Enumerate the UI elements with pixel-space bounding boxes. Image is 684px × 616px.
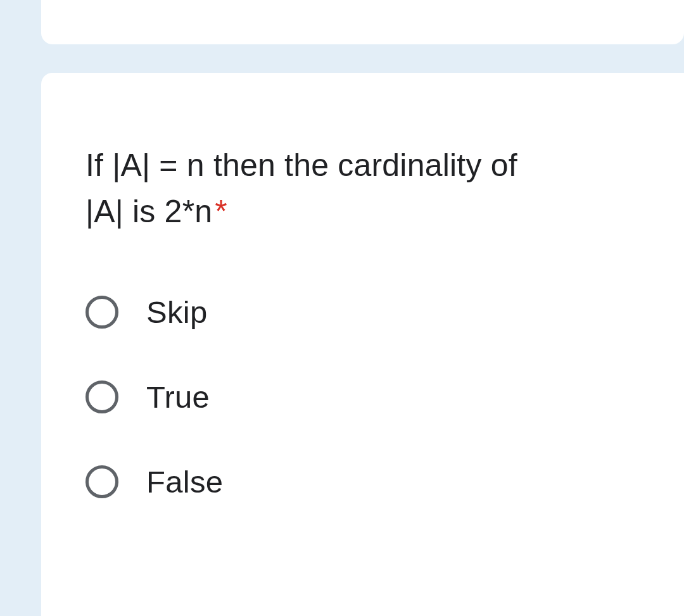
previous-card-bottom [41, 0, 684, 44]
radio-option-true[interactable]: True [86, 379, 684, 415]
radio-circle-icon [86, 296, 118, 329]
question-line-1: If |A| = n then the cardinality of [86, 148, 517, 183]
radio-circle-icon [86, 465, 118, 498]
question-card: If |A| = n then the cardinality of |A| i… [41, 73, 684, 616]
radio-option-false[interactable]: False [86, 464, 684, 500]
radio-options-group: Skip True False [86, 294, 684, 500]
question-text: If |A| = n then the cardinality of |A| i… [86, 142, 684, 234]
radio-label: False [146, 464, 223, 500]
required-asterisk: * [215, 194, 227, 229]
question-line-2: |A| is 2*n [86, 194, 212, 229]
radio-label: True [146, 379, 210, 415]
radio-label: Skip [146, 294, 208, 330]
radio-circle-icon [86, 380, 118, 413]
radio-option-skip[interactable]: Skip [86, 294, 684, 330]
